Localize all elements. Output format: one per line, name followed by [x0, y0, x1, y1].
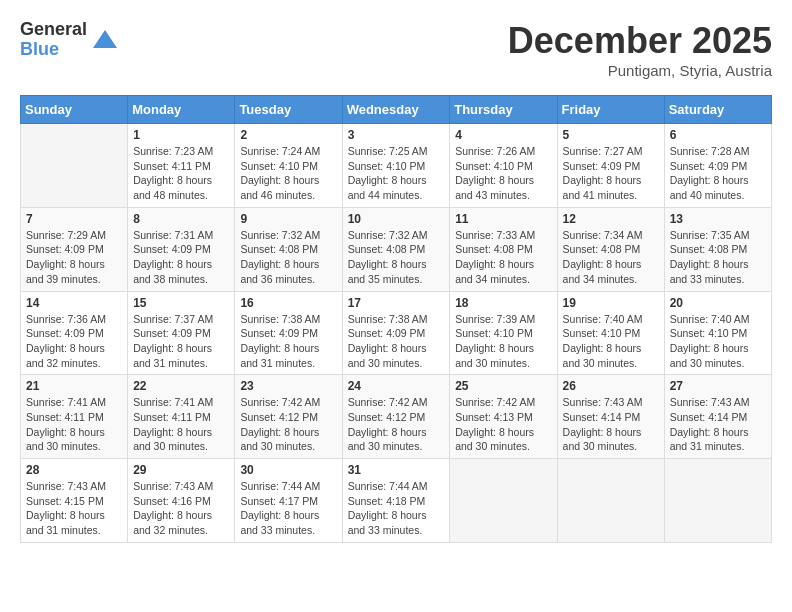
- day-info: Sunrise: 7:33 AM Sunset: 4:08 PM Dayligh…: [455, 228, 551, 287]
- logo: General Blue: [20, 20, 119, 60]
- calendar-cell: 12Sunrise: 7:34 AM Sunset: 4:08 PM Dayli…: [557, 207, 664, 291]
- day-info: Sunrise: 7:28 AM Sunset: 4:09 PM Dayligh…: [670, 144, 766, 203]
- day-info: Sunrise: 7:26 AM Sunset: 4:10 PM Dayligh…: [455, 144, 551, 203]
- day-number: 27: [670, 379, 766, 393]
- calendar-cell: [450, 459, 557, 543]
- day-number: 28: [26, 463, 122, 477]
- day-info: Sunrise: 7:32 AM Sunset: 4:08 PM Dayligh…: [240, 228, 336, 287]
- day-info: Sunrise: 7:23 AM Sunset: 4:11 PM Dayligh…: [133, 144, 229, 203]
- calendar-cell: 18Sunrise: 7:39 AM Sunset: 4:10 PM Dayli…: [450, 291, 557, 375]
- calendar-cell: 31Sunrise: 7:44 AM Sunset: 4:18 PM Dayli…: [342, 459, 450, 543]
- day-info: Sunrise: 7:37 AM Sunset: 4:09 PM Dayligh…: [133, 312, 229, 371]
- day-info: Sunrise: 7:32 AM Sunset: 4:08 PM Dayligh…: [348, 228, 445, 287]
- day-info: Sunrise: 7:40 AM Sunset: 4:10 PM Dayligh…: [670, 312, 766, 371]
- calendar-cell: 9Sunrise: 7:32 AM Sunset: 4:08 PM Daylig…: [235, 207, 342, 291]
- calendar-week-4: 21Sunrise: 7:41 AM Sunset: 4:11 PM Dayli…: [21, 375, 772, 459]
- calendar-cell: 30Sunrise: 7:44 AM Sunset: 4:17 PM Dayli…: [235, 459, 342, 543]
- weekday-saturday: Saturday: [664, 96, 771, 124]
- day-info: Sunrise: 7:43 AM Sunset: 4:14 PM Dayligh…: [563, 395, 659, 454]
- day-number: 12: [563, 212, 659, 226]
- day-number: 2: [240, 128, 336, 142]
- calendar-cell: 25Sunrise: 7:42 AM Sunset: 4:13 PM Dayli…: [450, 375, 557, 459]
- calendar-cell: 7Sunrise: 7:29 AM Sunset: 4:09 PM Daylig…: [21, 207, 128, 291]
- calendar-cell: 3Sunrise: 7:25 AM Sunset: 4:10 PM Daylig…: [342, 124, 450, 208]
- calendar-cell: 13Sunrise: 7:35 AM Sunset: 4:08 PM Dayli…: [664, 207, 771, 291]
- day-number: 17: [348, 296, 445, 310]
- day-info: Sunrise: 7:25 AM Sunset: 4:10 PM Dayligh…: [348, 144, 445, 203]
- location: Puntigam, Styria, Austria: [508, 62, 772, 79]
- calendar-cell: 19Sunrise: 7:40 AM Sunset: 4:10 PM Dayli…: [557, 291, 664, 375]
- page-header: General Blue December 2025 Puntigam, Sty…: [20, 20, 772, 79]
- day-info: Sunrise: 7:42 AM Sunset: 4:12 PM Dayligh…: [240, 395, 336, 454]
- calendar-cell: [664, 459, 771, 543]
- logo-blue: Blue: [20, 40, 87, 60]
- day-number: 8: [133, 212, 229, 226]
- calendar-cell: 5Sunrise: 7:27 AM Sunset: 4:09 PM Daylig…: [557, 124, 664, 208]
- day-info: Sunrise: 7:42 AM Sunset: 4:12 PM Dayligh…: [348, 395, 445, 454]
- calendar-week-3: 14Sunrise: 7:36 AM Sunset: 4:09 PM Dayli…: [21, 291, 772, 375]
- calendar-cell: 16Sunrise: 7:38 AM Sunset: 4:09 PM Dayli…: [235, 291, 342, 375]
- calendar-cell: 21Sunrise: 7:41 AM Sunset: 4:11 PM Dayli…: [21, 375, 128, 459]
- weekday-header-row: SundayMondayTuesdayWednesdayThursdayFrid…: [21, 96, 772, 124]
- day-number: 31: [348, 463, 445, 477]
- calendar-cell: 4Sunrise: 7:26 AM Sunset: 4:10 PM Daylig…: [450, 124, 557, 208]
- day-info: Sunrise: 7:44 AM Sunset: 4:18 PM Dayligh…: [348, 479, 445, 538]
- day-number: 30: [240, 463, 336, 477]
- day-number: 23: [240, 379, 336, 393]
- day-info: Sunrise: 7:31 AM Sunset: 4:09 PM Dayligh…: [133, 228, 229, 287]
- title-block: December 2025 Puntigam, Styria, Austria: [508, 20, 772, 79]
- calendar-cell: 14Sunrise: 7:36 AM Sunset: 4:09 PM Dayli…: [21, 291, 128, 375]
- day-info: Sunrise: 7:39 AM Sunset: 4:10 PM Dayligh…: [455, 312, 551, 371]
- day-number: 5: [563, 128, 659, 142]
- calendar-cell: 15Sunrise: 7:37 AM Sunset: 4:09 PM Dayli…: [128, 291, 235, 375]
- day-number: 16: [240, 296, 336, 310]
- calendar-cell: 10Sunrise: 7:32 AM Sunset: 4:08 PM Dayli…: [342, 207, 450, 291]
- calendar-cell: 20Sunrise: 7:40 AM Sunset: 4:10 PM Dayli…: [664, 291, 771, 375]
- day-info: Sunrise: 7:27 AM Sunset: 4:09 PM Dayligh…: [563, 144, 659, 203]
- day-info: Sunrise: 7:35 AM Sunset: 4:08 PM Dayligh…: [670, 228, 766, 287]
- calendar-cell: 11Sunrise: 7:33 AM Sunset: 4:08 PM Dayli…: [450, 207, 557, 291]
- day-info: Sunrise: 7:24 AM Sunset: 4:10 PM Dayligh…: [240, 144, 336, 203]
- day-number: 1: [133, 128, 229, 142]
- day-info: Sunrise: 7:34 AM Sunset: 4:08 PM Dayligh…: [563, 228, 659, 287]
- weekday-thursday: Thursday: [450, 96, 557, 124]
- day-number: 4: [455, 128, 551, 142]
- day-info: Sunrise: 7:43 AM Sunset: 4:15 PM Dayligh…: [26, 479, 122, 538]
- day-number: 18: [455, 296, 551, 310]
- day-info: Sunrise: 7:40 AM Sunset: 4:10 PM Dayligh…: [563, 312, 659, 371]
- day-info: Sunrise: 7:36 AM Sunset: 4:09 PM Dayligh…: [26, 312, 122, 371]
- calendar-week-5: 28Sunrise: 7:43 AM Sunset: 4:15 PM Dayli…: [21, 459, 772, 543]
- calendar-cell: 6Sunrise: 7:28 AM Sunset: 4:09 PM Daylig…: [664, 124, 771, 208]
- day-number: 25: [455, 379, 551, 393]
- calendar-cell: 17Sunrise: 7:38 AM Sunset: 4:09 PM Dayli…: [342, 291, 450, 375]
- calendar: SundayMondayTuesdayWednesdayThursdayFrid…: [20, 95, 772, 543]
- calendar-week-1: 1Sunrise: 7:23 AM Sunset: 4:11 PM Daylig…: [21, 124, 772, 208]
- day-info: Sunrise: 7:42 AM Sunset: 4:13 PM Dayligh…: [455, 395, 551, 454]
- calendar-cell: 1Sunrise: 7:23 AM Sunset: 4:11 PM Daylig…: [128, 124, 235, 208]
- calendar-cell: 27Sunrise: 7:43 AM Sunset: 4:14 PM Dayli…: [664, 375, 771, 459]
- day-number: 29: [133, 463, 229, 477]
- calendar-cell: 29Sunrise: 7:43 AM Sunset: 4:16 PM Dayli…: [128, 459, 235, 543]
- day-number: 11: [455, 212, 551, 226]
- day-number: 7: [26, 212, 122, 226]
- day-info: Sunrise: 7:38 AM Sunset: 4:09 PM Dayligh…: [348, 312, 445, 371]
- day-info: Sunrise: 7:38 AM Sunset: 4:09 PM Dayligh…: [240, 312, 336, 371]
- day-info: Sunrise: 7:29 AM Sunset: 4:09 PM Dayligh…: [26, 228, 122, 287]
- calendar-cell: 26Sunrise: 7:43 AM Sunset: 4:14 PM Dayli…: [557, 375, 664, 459]
- svg-marker-0: [93, 30, 117, 48]
- day-number: 13: [670, 212, 766, 226]
- calendar-cell: 22Sunrise: 7:41 AM Sunset: 4:11 PM Dayli…: [128, 375, 235, 459]
- day-number: 19: [563, 296, 659, 310]
- day-number: 21: [26, 379, 122, 393]
- day-number: 26: [563, 379, 659, 393]
- day-number: 15: [133, 296, 229, 310]
- day-info: Sunrise: 7:41 AM Sunset: 4:11 PM Dayligh…: [26, 395, 122, 454]
- day-number: 24: [348, 379, 445, 393]
- day-number: 9: [240, 212, 336, 226]
- day-number: 22: [133, 379, 229, 393]
- weekday-tuesday: Tuesday: [235, 96, 342, 124]
- calendar-cell: [21, 124, 128, 208]
- calendar-cell: 28Sunrise: 7:43 AM Sunset: 4:15 PM Dayli…: [21, 459, 128, 543]
- logo-general: General: [20, 20, 87, 40]
- calendar-cell: 23Sunrise: 7:42 AM Sunset: 4:12 PM Dayli…: [235, 375, 342, 459]
